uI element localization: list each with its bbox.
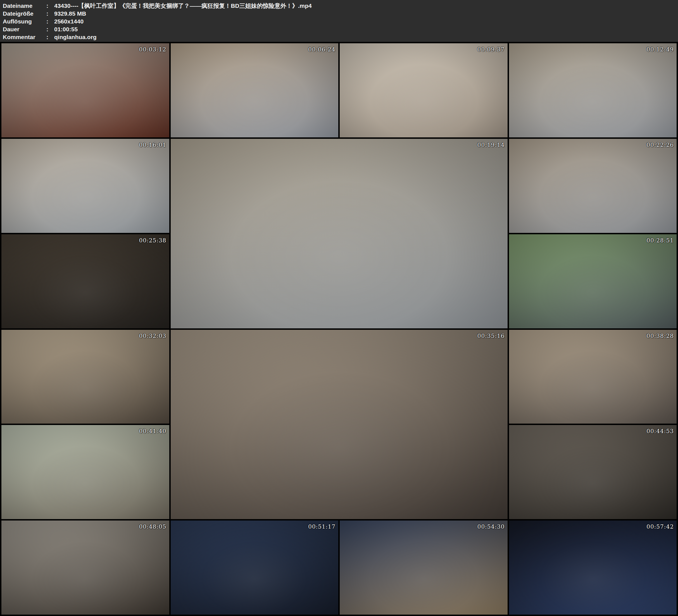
timestamp-overlay: 00:03:12 [139,46,166,53]
timestamp-overlay: 00:32:03 [139,333,166,339]
field-separator: : [46,10,54,17]
video-thumbnail: 00:09:37 [340,43,507,138]
contact-sheet: Dateiname : 43430----【枫叶工作室】《完蛋！我把美女捆绑了？… [0,0,678,616]
field-label-dateigroesse: Dateigröße [3,10,46,17]
field-label-dateiname: Dateiname [3,2,46,10]
video-thumbnail: 00:48:05 [1,521,169,615]
video-thumbnail: 00:12:49 [509,43,677,138]
timestamp-overlay: 00:06:24 [308,46,336,53]
video-thumbnail-large: 00:35:16 [171,330,507,519]
timestamp-overlay: 00:16:01 [139,142,166,148]
video-thumbnail: 00:41:40 [1,425,169,519]
file-info-header: Dateiname : 43430----【枫叶工作室】《完蛋！我把美女捆绑了？… [0,0,678,42]
timestamp-overlay: 00:35:16 [478,333,505,339]
video-thumbnail: 00:51:17 [171,521,339,615]
timestamp-overlay: 00:25:38 [139,237,166,244]
timestamp-overlay: 00:28:51 [646,237,674,244]
video-thumbnail: 00:54:30 [340,521,507,615]
video-thumbnail: 00:38:28 [509,330,677,424]
timestamp-overlay: 00:44:53 [646,428,674,434]
field-separator: : [46,2,54,10]
comment-value: qinglanhua.org [54,33,678,41]
file-info-row: Kommentar : qinglanhua.org [3,33,678,41]
timestamp-overlay: 00:41:40 [139,428,166,434]
timestamp-overlay: 00:54:30 [478,523,505,530]
video-thumbnail: 00:32:03 [1,330,169,424]
timestamp-overlay: 00:19:14 [478,142,505,148]
file-info-row: Dateigröße : 9329.85 MB [3,10,678,17]
video-thumbnail-large: 00:19:14 [171,139,507,329]
timestamp-overlay: 00:38:28 [646,333,674,339]
video-thumbnail: 00:44:53 [509,425,677,519]
video-thumbnail: 00:22:26 [509,139,677,233]
timestamp-overlay: 00:51:17 [308,523,336,530]
resolution-value: 2560x1440 [54,17,678,26]
field-separator: : [46,17,54,26]
timestamp-overlay: 00:57:42 [646,523,674,530]
video-thumbnail: 00:28:51 [509,234,677,329]
video-thumbnail: 00:25:38 [1,234,169,329]
filesize-value: 9329.85 MB [54,10,678,17]
file-info-row: Dateiname : 43430----【枫叶工作室】《完蛋！我把美女捆绑了？… [3,2,678,10]
thumbnail-grid: 00:03:12 00:06:24 00:09:37 00:12:49 00:1… [0,42,678,616]
duration-value: 01:00:55 [54,26,678,33]
video-thumbnail: 00:03:12 [1,43,169,138]
video-thumbnail: 00:57:42 [509,521,677,615]
file-info-row: Dauer : 01:00:55 [3,26,678,33]
field-separator: : [46,26,54,33]
filename-value: 43430----【枫叶工作室】《完蛋！我把美女捆绑了？——疯狂报复！BD三姐妹… [54,2,678,10]
timestamp-overlay: 00:12:49 [646,46,674,53]
timestamp-overlay: 00:48:05 [139,523,166,530]
timestamp-overlay: 00:22:26 [646,142,674,148]
field-label-kommentar: Kommentar [3,33,46,41]
timestamp-overlay: 00:09:37 [478,46,505,53]
field-label-dauer: Dauer [3,26,46,33]
field-separator: : [46,33,54,41]
field-label-aufloesung: Auflösung [3,17,46,26]
video-thumbnail: 00:06:24 [171,43,339,138]
file-info-row: Auflösung : 2560x1440 [3,17,678,26]
video-thumbnail: 00:16:01 [1,139,169,233]
